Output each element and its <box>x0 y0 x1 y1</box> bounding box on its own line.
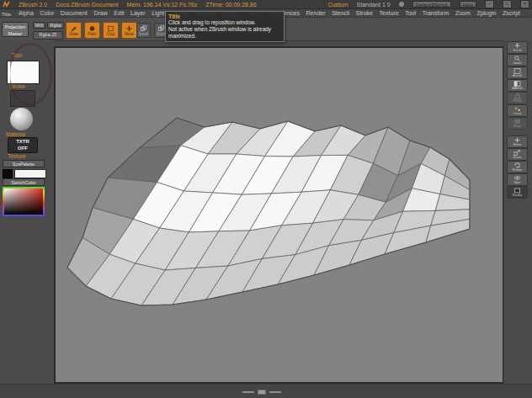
move-button[interactable]: Move <box>507 135 528 148</box>
bottom-tray-bar <box>0 384 532 398</box>
draw-mode-button[interactable]: Draw <box>66 22 82 39</box>
scroll-button[interactable]: Scroll <box>507 41 528 54</box>
menu-transform[interactable]: Transform <box>423 10 450 16</box>
menu-zscript[interactable]: Zscript <box>503 10 520 16</box>
menu-stroke[interactable]: Stroke <box>356 10 373 16</box>
info-dot-icon <box>399 2 404 7</box>
rgba-intensity-slider[interactable]: Rgba 25 <box>33 31 63 40</box>
menu-color[interactable]: Color <box>40 10 55 16</box>
zbrush-logo-icon <box>3 1 10 8</box>
zoom-button-label: Zoom <box>513 61 521 65</box>
scroll-doc-button[interactable]: Scroll <box>136 23 151 38</box>
zoom-button[interactable]: Zoom <box>507 54 528 66</box>
current-stroke-thumbnail[interactable] <box>10 90 35 107</box>
ui-config-label[interactable]: Standard 1 0 <box>357 2 391 8</box>
tool-label: Tool <box>12 52 22 58</box>
switchcolor-button[interactable]: SwitchColor <box>3 178 45 186</box>
spin-button-label: Spin <box>513 181 520 184</box>
move-mode-label: Move <box>125 33 134 36</box>
menu-alpha[interactable]: Alpha <box>19 10 34 16</box>
saturation-value-box[interactable] <box>4 188 43 215</box>
tool-mode-group: Draw Paint Crop Move <box>66 22 137 39</box>
menu-zoom[interactable]: Zoom <box>455 10 471 16</box>
menu-zplugin[interactable]: Zplugin <box>476 10 496 16</box>
projection-master-button[interactable]: Projection Master <box>2 22 29 37</box>
zbrush-window: { "hint_label": "Title", "title_bar": { … <box>0 0 532 398</box>
frame-button-label: Frame <box>513 194 523 197</box>
handle-dash-right <box>269 391 281 393</box>
crop-marquee-icon <box>107 25 114 32</box>
texture-label: Texture <box>8 153 25 159</box>
overlapping-windows-icon <box>140 25 147 32</box>
spin-button[interactable]: Spin <box>507 173 528 186</box>
menu-render[interactable]: Render <box>306 10 326 16</box>
menu-light[interactable]: Light <box>152 10 164 16</box>
tooltip-line1: Click and drag to reposition window. <box>168 19 281 26</box>
tray-resize-handle[interactable] <box>242 390 281 395</box>
draw-mode-label: Draw <box>69 33 78 36</box>
polymesh-viewport <box>56 48 503 382</box>
txtr-line1: TXTR <box>8 138 37 145</box>
minimize-button[interactable]: – <box>485 0 494 8</box>
projection-master-line1: Projection <box>3 24 28 30</box>
persp-button[interactable]: Persp <box>507 92 528 104</box>
pen-icon <box>70 25 77 32</box>
paint-mode-label: Paint <box>88 33 96 36</box>
menu-tool[interactable]: Tool <box>405 10 416 16</box>
crop-mode-button[interactable]: Crop <box>103 22 119 39</box>
current-tool-thumbnail[interactable] <box>7 61 40 84</box>
local-button-label: Local <box>513 112 522 115</box>
move-button-label: Move <box>513 143 522 146</box>
scale-button[interactable]: Scale <box>507 148 528 161</box>
app-title: ZBrush 2.0 <box>19 2 47 8</box>
secondary-color-swatch[interactable] <box>14 169 46 178</box>
stroke-label: Stroke <box>9 83 25 89</box>
close-button[interactable]: × <box>520 0 529 8</box>
actual-size-button-label: Actual <box>513 74 522 77</box>
title-bar[interactable]: ZBrush 2.0 Docs:ZBrush Document Mem: 196… <box>0 0 532 9</box>
scroll-doc-label: Scroll <box>139 33 148 36</box>
paint-drop-icon <box>88 25 96 32</box>
ztime-status: ZTime: 00:00:28.86 <box>205 2 256 8</box>
material-label: Material <box>6 131 25 137</box>
frame-button[interactable]: Frame <box>507 186 528 199</box>
color-mode-group: Mrb Rgba <box>33 22 64 29</box>
hover-hint-label: Title <box>2 12 11 17</box>
current-material-sphere[interactable] <box>10 108 33 130</box>
ui-custom-label[interactable]: Custom <box>327 2 348 8</box>
handle-dash-left <box>242 391 254 393</box>
menu-layer[interactable]: Layer <box>130 10 146 16</box>
floor-button[interactable]: Floor <box>507 117 528 130</box>
document-canvas[interactable] <box>54 46 504 384</box>
menu-edit[interactable]: Edit <box>114 10 124 16</box>
default-zscript-button[interactable]: DefaultZScript <box>412 1 451 8</box>
tooltip: Title Click and drag to reposition windo… <box>165 11 285 42</box>
document-title: Docs:ZBrush Document <box>56 2 118 8</box>
move-mode-button[interactable]: Move <box>121 22 137 39</box>
maximize-button[interactable]: □ <box>503 0 512 8</box>
color-swatches <box>3 169 46 178</box>
right-shelf: Scroll Zoom Actual AAHalf Persp Local Fl… <box>503 40 532 384</box>
main-color-swatch[interactable] <box>3 169 13 178</box>
menu-texture[interactable]: Texture <box>380 10 399 16</box>
local-button[interactable]: Local <box>507 104 528 117</box>
texture-off-button[interactable]: TXTR OFF <box>8 137 38 153</box>
menu-document[interactable]: Document <box>61 10 88 16</box>
projection-master-line2: Master <box>3 30 28 37</box>
actual-size-button[interactable]: Actual <box>507 66 528 79</box>
help-button[interactable]: Help <box>460 1 476 8</box>
color-picker[interactable] <box>3 187 45 216</box>
aa-half-button[interactable]: AAHalf <box>507 79 528 92</box>
handle-grip <box>258 390 266 395</box>
txtr-line2: OFF <box>8 145 37 151</box>
paint-mode-button[interactable]: Paint <box>84 22 100 39</box>
aa-half-button-label: AAHalf <box>512 87 522 90</box>
syspalette-button[interactable]: SysPalette <box>3 160 45 167</box>
menu-stencil[interactable]: Stencil <box>332 10 349 16</box>
mrb-mode-button[interactable]: Mrb <box>33 22 45 29</box>
crop-mode-label: Crop <box>107 33 115 36</box>
rgba-mode-button[interactable]: Rgba <box>47 22 63 29</box>
menu-draw[interactable]: Draw <box>93 10 107 16</box>
rotate-button[interactable]: Rotate <box>507 161 528 173</box>
move-cross-icon <box>125 25 133 32</box>
